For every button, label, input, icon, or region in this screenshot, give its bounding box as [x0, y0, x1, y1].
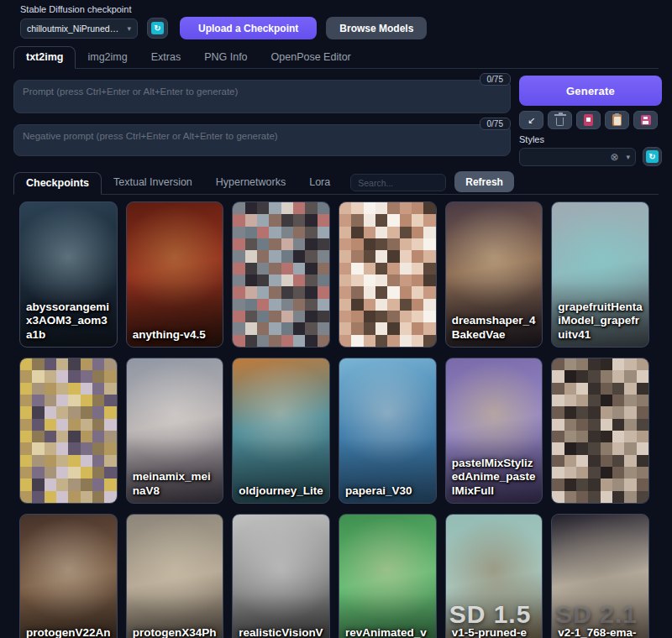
generate-button[interactable]: Generate	[519, 76, 662, 106]
model-card-label: protogenV22Anime_22	[20, 623, 117, 638]
tab-img2img[interactable]: img2img	[76, 47, 139, 68]
clear-prompt-button[interactable]	[548, 111, 572, 129]
refresh-icon: ↻	[151, 22, 164, 34]
prompt-tools: ↙	[519, 111, 662, 129]
model-card-censored-3[interactable]	[19, 358, 118, 504]
checkpoint-value: chilloutmix_NiPrunedFp32Fix.safeter	[27, 24, 123, 34]
prompt-input[interactable]	[13, 80, 511, 113]
model-card-censored-1[interactable]	[232, 201, 330, 348]
model-card-protogen-v22[interactable]: protogenV22Anime_22	[19, 514, 118, 638]
refresh-checkpoint-button[interactable]: ↻	[147, 18, 168, 39]
model-card-label: anything-v4.5	[127, 325, 223, 347]
model-card-revanimated[interactable]: revAnimated_v11	[339, 514, 437, 638]
txt2img-toprow: 0/75 0/75 Generate ↙ Styles	[0, 69, 672, 166]
chevron-down-icon: ▾	[127, 24, 131, 33]
model-card-label: protogenX34Photorealism_1	[127, 623, 223, 638]
tab-checkpoints[interactable]: Checkpoints	[13, 172, 102, 195]
clear-selection-icon[interactable]: ⊗	[610, 152, 618, 162]
upload-checkpoint-button[interactable]: Upload a Checkpoint	[180, 17, 317, 39]
refresh-styles-button[interactable]: ↻	[643, 147, 662, 166]
extra-networks-button[interactable]	[576, 111, 601, 129]
tab-lora[interactable]: Lora	[297, 172, 342, 193]
model-card-label	[233, 338, 329, 347]
styles-dropdown[interactable]: ⊗ ▾	[519, 148, 636, 166]
flower-card-icon	[584, 114, 593, 126]
clipboard-icon	[612, 114, 622, 126]
model-card-abyssorangemix[interactable]: abyssorangemix3AOM3_aom3a1b	[19, 201, 118, 348]
checkpoint-card-grid: abyssorangemix3AOM3_aom3a1b anything-v4.…	[0, 195, 672, 638]
save-style-button[interactable]	[633, 111, 658, 129]
tab-txt2img[interactable]: txt2img	[13, 46, 76, 69]
apply-styles-button[interactable]	[605, 111, 629, 129]
main-tab-bar: txt2img img2img Extras PNG Info OpenPose…	[13, 46, 659, 69]
model-card-label: realisticVisionV13_v13	[233, 623, 329, 638]
model-card-label	[339, 338, 436, 347]
model-card-realistic-vision[interactable]: realisticVisionV13_v13	[232, 514, 330, 638]
model-card-censored-2[interactable]	[339, 201, 437, 348]
model-card-label: pastelMixStylizedAnime_pastelMixFull	[446, 453, 543, 503]
model-card-protogen-x34[interactable]: protogenX34Photorealism_1	[126, 514, 224, 638]
model-card-label	[20, 494, 117, 503]
model-card-label: grapefruitHentaiModel_grapefruitv41	[552, 297, 648, 347]
tab-png-info[interactable]: PNG Info	[192, 47, 259, 68]
model-card-v2-1[interactable]: SD 2.1v2-1_768-ema-pruned	[551, 514, 649, 638]
model-card-label: revAnimated_v11	[339, 623, 436, 638]
model-card-paperai[interactable]: paperai_V30	[339, 358, 437, 504]
model-card-anything-v4-5[interactable]: anything-v4.5	[126, 201, 224, 348]
model-card-label: v1-5-pruned-emaonly	[446, 623, 543, 638]
model-card-pastelmix[interactable]: pastelMixStylizedAnime_pastelMixFull	[445, 358, 543, 504]
tab-hypernetworks[interactable]: Hypernetworks	[204, 172, 297, 193]
save-icon	[641, 115, 651, 125]
refresh-networks-button[interactable]: Refresh	[454, 171, 514, 192]
negative-prompt-token-counter: 0/75	[480, 118, 511, 130]
tab-openpose-editor[interactable]: OpenPose Editor	[260, 47, 363, 68]
styles-label: Styles	[519, 134, 662, 144]
model-card-label: paperai_V30	[339, 481, 436, 503]
negative-prompt-input[interactable]	[13, 124, 511, 156]
refresh-icon: ↻	[646, 150, 659, 163]
paste-arrow-icon: ↙	[528, 116, 535, 125]
extra-networks-tab-bar: Checkpoints Textual Inversion Hypernetwo…	[13, 171, 659, 195]
model-card-censored-4[interactable]	[551, 358, 649, 504]
model-card-dreamshaper[interactable]: dreamshaper_4BakedVae	[445, 201, 543, 348]
model-card-label: v2-1_768-ema-pruned	[552, 623, 648, 638]
model-card-v1-5[interactable]: SD 1.5v1-5-pruned-emaonly	[445, 514, 543, 638]
model-card-label	[552, 494, 648, 503]
model-card-label: dreamshaper_4BakedVae	[446, 311, 543, 347]
app-header: Stable Diffusion checkpoint chilloutmix_…	[0, 0, 672, 39]
search-input[interactable]	[350, 174, 446, 191]
paste-params-button[interactable]: ↙	[519, 111, 543, 129]
tab-extras[interactable]: Extras	[139, 47, 192, 68]
checkpoint-dropdown[interactable]: chilloutmix_NiPrunedFp32Fix.safeter ▾	[20, 18, 138, 39]
model-card-grapefruit[interactable]: grapefruitHentaiModel_grapefruitv41	[551, 201, 649, 348]
model-card-label: oldjourney_Lite	[233, 481, 329, 503]
model-card-label: meinamix_meinaV8	[127, 467, 223, 503]
model-card-label: abyssorangemix3AOM3_aom3a1b	[20, 297, 117, 347]
chevron-down-icon: ▾	[626, 153, 630, 161]
trash-icon	[556, 118, 564, 126]
tab-textual-inversion[interactable]: Textual Inversion	[102, 172, 204, 193]
prompt-token-counter: 0/75	[480, 73, 511, 86]
browse-models-button[interactable]: Browse Models	[326, 17, 427, 39]
model-card-oldjourney[interactable]: oldjourney_Lite	[232, 358, 330, 504]
checkpoint-label: Stable Diffusion checkpoint	[20, 4, 652, 14]
model-card-meinamix[interactable]: meinamix_meinaV8	[126, 358, 224, 504]
